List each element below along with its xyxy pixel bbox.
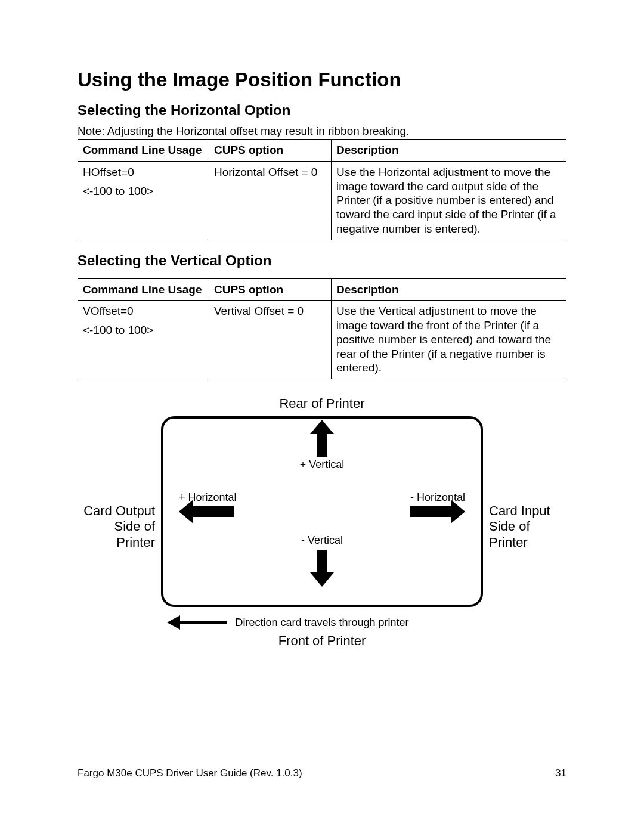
table-row: VOffset=0 <-100 to 100> Vertival Offset … — [78, 301, 566, 379]
direction-label: Direction card travels through printer — [235, 617, 408, 629]
front-label: Front of Printer — [278, 633, 366, 649]
td-cups-option: Horizontal Offset = 0 — [209, 161, 332, 240]
arrow-right-icon — [451, 500, 465, 524]
page-number: 31 — [555, 767, 566, 779]
page-title: Using the Image Position Function — [78, 69, 566, 91]
rear-label: Rear of Printer — [279, 396, 364, 411]
cmd-range: <-100 to 100> — [83, 323, 204, 337]
card-output-label: Card Output Side of Printer — [78, 503, 155, 550]
cmd-range: <-100 to 100> — [83, 184, 204, 199]
arrow-left-shaft — [192, 506, 234, 517]
td-command-line: HOffset=0 <-100 to 100> — [78, 161, 209, 240]
arrow-left-icon — [179, 500, 193, 524]
card-output-l1: Card Output — [83, 503, 155, 518]
cmd-value: HOffset=0 — [83, 166, 134, 178]
vertical-option-table: Command Line Usage CUPS option Descripti… — [78, 278, 566, 380]
printer-diagram: Rear of Printer Card Output Side of Prin… — [78, 396, 566, 658]
section-heading-horizontal: Selecting the Horizontal Option — [78, 102, 566, 119]
td-cups-option: Vertival Offset = 0 — [209, 301, 332, 379]
table-row: HOffset=0 <-100 to 100> Horizontal Offse… — [78, 161, 566, 240]
card-input-l1: Card Input — [489, 503, 550, 518]
th-command-line: Command Line Usage — [78, 278, 209, 301]
th-description: Description — [332, 140, 566, 162]
arrow-down-icon — [310, 572, 334, 587]
horizontal-option-table: Command Line Usage CUPS option Descripti… — [78, 139, 566, 240]
plus-vertical-label: + Vertical — [300, 459, 345, 471]
arrow-right-shaft — [410, 506, 452, 517]
table-header-row: Command Line Usage CUPS option Descripti… — [78, 140, 566, 162]
table-header-row: Command Line Usage CUPS option Descripti… — [78, 278, 566, 301]
note-text: Note: Adjusting the Horizontal offset ma… — [78, 125, 566, 138]
section-heading-vertical: Selecting the Vertical Option — [78, 252, 566, 269]
card-input-label: Card Input Side of Printer — [489, 503, 566, 550]
th-description: Description — [332, 278, 566, 301]
th-cups-option: CUPS option — [209, 140, 332, 162]
page-footer: Fargo M30e CUPS Driver User Guide (Rev. … — [78, 767, 566, 779]
card-input-l2: Side of Printer — [489, 519, 530, 549]
card-output-l2: Side of Printer — [114, 519, 156, 549]
direction-arrow-icon — [167, 615, 180, 630]
td-command-line: VOffset=0 <-100 to 100> — [78, 301, 209, 379]
td-description: Use the Horizontal adjustment to move th… — [332, 161, 566, 240]
arrow-up-shaft — [317, 432, 327, 457]
minus-vertical-label: - Vertical — [301, 534, 343, 547]
arrow-down-shaft — [317, 550, 327, 575]
th-cups-option: CUPS option — [209, 278, 332, 301]
td-description: Use the Vertical adjustment to move the … — [332, 301, 566, 379]
cmd-value: VOffset=0 — [83, 305, 134, 317]
direction-arrow-shaft — [179, 621, 227, 624]
document-page: Using the Image Position Function Select… — [0, 0, 644, 833]
th-command-line: Command Line Usage — [78, 140, 209, 162]
footer-title: Fargo M30e CUPS Driver User Guide (Rev. … — [78, 767, 302, 779]
